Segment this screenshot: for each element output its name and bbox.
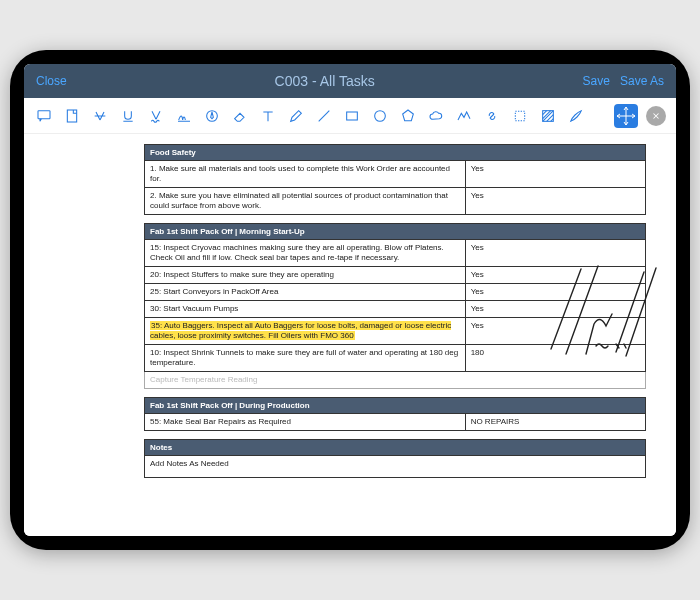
brush-icon[interactable] — [566, 106, 586, 126]
section-header: Food Safety — [145, 145, 646, 161]
close-toolbar-icon[interactable] — [646, 106, 666, 126]
highlight: 35: Auto Baggers. Inspect all Auto Bagge… — [150, 321, 451, 340]
table-row: Add Notes As Needed — [145, 456, 646, 478]
table-row: 15: Inspect Cryovac machines making sure… — [145, 240, 646, 267]
close-button[interactable]: Close — [36, 74, 67, 88]
note-icon[interactable] — [62, 106, 82, 126]
underline-icon[interactable] — [118, 106, 138, 126]
table-row: 55: Make Seal Bar Repairs as RequiredNO … — [145, 414, 646, 431]
screen: Close C003 - All Tasks Save Save As — [24, 64, 676, 536]
table-row: 30: Start Vacuum PumpsYes — [145, 301, 646, 318]
top-bar: Close C003 - All Tasks Save Save As — [24, 64, 676, 98]
polygon-icon[interactable] — [398, 106, 418, 126]
section-morning-startup: Fab 1st Shift Pack Off | Morning Start-U… — [144, 223, 646, 389]
move-tool-icon[interactable] — [614, 104, 638, 128]
line-icon[interactable] — [314, 106, 334, 126]
table-row: 2. Make sure you have eliminated all pot… — [145, 188, 646, 215]
temperature-input[interactable]: Capture Temperature Reading — [145, 372, 646, 389]
table-row: 25: Start Conveyors in PackOff AreaYes — [145, 284, 646, 301]
table-row-highlighted: 35: Auto Baggers. Inspect all Auto Bagge… — [145, 318, 646, 345]
pen-tool-icon[interactable] — [202, 106, 222, 126]
table-row: 1. Make sure all materials and tools use… — [145, 161, 646, 188]
section-during-production: Fab 1st Shift Pack Off | During Producti… — [144, 397, 646, 431]
strikethrough-icon[interactable] — [90, 106, 110, 126]
hatch-icon[interactable] — [538, 106, 558, 126]
table-row: 20: Inspect Stuffers to make sure they a… — [145, 267, 646, 284]
annotation-toolbar — [24, 98, 676, 134]
section-header: Notes — [145, 440, 646, 456]
cloud-icon[interactable] — [426, 106, 446, 126]
input-row: Capture Temperature Reading — [145, 372, 646, 389]
tablet-frame: Close C003 - All Tasks Save Save As — [10, 50, 690, 550]
svg-point-4 — [375, 110, 386, 121]
signature-icon[interactable] — [174, 106, 194, 126]
crop-icon[interactable] — [510, 106, 530, 126]
page-title: C003 - All Tasks — [275, 73, 375, 89]
svg-rect-5 — [515, 111, 524, 120]
polyline-icon[interactable] — [454, 106, 474, 126]
svg-rect-0 — [38, 110, 50, 118]
pencil-icon[interactable] — [286, 106, 306, 126]
section-header: Fab 1st Shift Pack Off | Morning Start-U… — [145, 224, 646, 240]
section-notes: Notes Add Notes As Needed — [144, 439, 646, 478]
eraser-icon[interactable] — [230, 106, 250, 126]
table-row: 10: Inspect Shrink Tunnels to make sure … — [145, 345, 646, 372]
document-content[interactable]: Food Safety 1. Make sure all materials a… — [24, 134, 676, 536]
circle-icon[interactable] — [370, 106, 390, 126]
svg-rect-1 — [67, 110, 76, 122]
rectangle-icon[interactable] — [342, 106, 362, 126]
squiggly-icon[interactable] — [146, 106, 166, 126]
comment-icon[interactable] — [34, 106, 54, 126]
text-icon[interactable] — [258, 106, 278, 126]
svg-rect-3 — [347, 112, 358, 120]
save-as-button[interactable]: Save As — [620, 74, 664, 88]
section-food-safety: Food Safety 1. Make sure all materials a… — [144, 144, 646, 215]
section-header: Fab 1st Shift Pack Off | During Producti… — [145, 398, 646, 414]
link-icon[interactable] — [482, 106, 502, 126]
save-button[interactable]: Save — [583, 74, 610, 88]
